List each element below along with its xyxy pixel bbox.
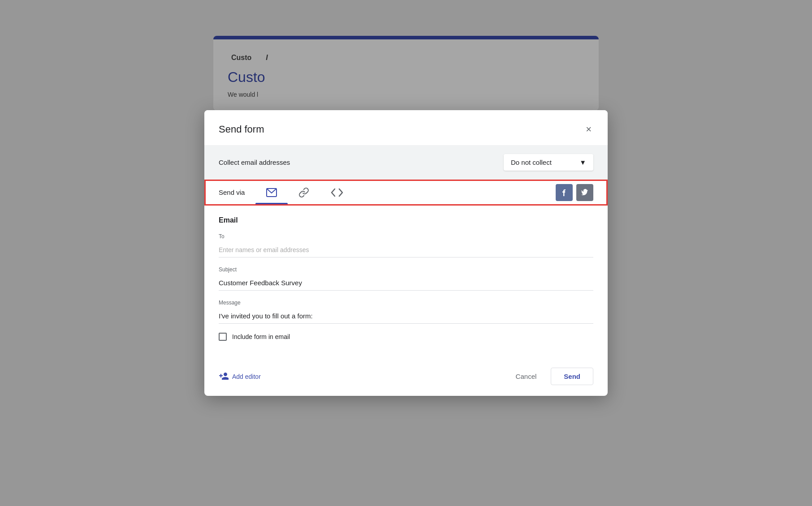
cancel-button[interactable]: Cancel bbox=[509, 368, 544, 385]
email-section-title: Email bbox=[219, 216, 593, 224]
to-label: To bbox=[219, 233, 593, 240]
embed-icon bbox=[331, 188, 343, 197]
add-editor-label: Add editor bbox=[232, 373, 261, 380]
collect-email-arrow: ▼ bbox=[579, 159, 586, 166]
link-icon bbox=[298, 187, 309, 198]
include-form-row: Include form in email bbox=[219, 333, 593, 341]
dialog-footer: Add editor Cancel Send bbox=[204, 362, 608, 396]
social-icons bbox=[556, 184, 593, 201]
send-button[interactable]: Send bbox=[551, 368, 593, 385]
footer-actions: Cancel Send bbox=[509, 368, 593, 385]
send-form-dialog: Send form × Collect email addresses Do n… bbox=[204, 110, 608, 396]
twitter-icon bbox=[581, 189, 588, 196]
email-icon bbox=[266, 188, 277, 197]
send-via-row: Send via bbox=[204, 180, 608, 206]
send-via-label: Send via bbox=[219, 180, 245, 205]
to-input[interactable] bbox=[219, 242, 593, 257]
add-editor-button[interactable]: Add editor bbox=[219, 369, 261, 384]
facebook-icon bbox=[561, 189, 568, 196]
message-value[interactable]: I've invited you to fill out a form: bbox=[219, 309, 593, 324]
twitter-button[interactable] bbox=[576, 184, 593, 201]
dialog-title: Send form bbox=[219, 124, 264, 135]
tab-link[interactable] bbox=[288, 180, 320, 205]
collect-email-label: Collect email addresses bbox=[219, 159, 290, 166]
to-field-group: To bbox=[219, 233, 593, 257]
dialog-header: Send form × bbox=[204, 110, 608, 145]
collect-email-dropdown[interactable]: Do not collect ▼ bbox=[504, 154, 593, 171]
facebook-button[interactable] bbox=[556, 184, 573, 201]
dialog-body: Email To Subject Customer Feedback Surve… bbox=[204, 206, 608, 362]
message-label: Message bbox=[219, 300, 593, 306]
tab-email[interactable] bbox=[255, 181, 288, 204]
subject-label: Subject bbox=[219, 266, 593, 273]
close-button[interactable]: × bbox=[584, 123, 593, 136]
subject-field-group: Subject Customer Feedback Survey bbox=[219, 266, 593, 291]
include-form-checkbox[interactable] bbox=[219, 333, 227, 341]
collect-email-row: Collect email addresses Do not collect ▼ bbox=[204, 145, 608, 180]
message-field-group: Message I've invited you to fill out a f… bbox=[219, 300, 593, 324]
collect-email-value: Do not collect bbox=[511, 159, 552, 166]
tab-embed[interactable] bbox=[320, 181, 354, 204]
include-form-label: Include form in email bbox=[232, 333, 290, 340]
add-editor-icon bbox=[219, 373, 229, 381]
subject-value[interactable]: Customer Feedback Survey bbox=[219, 275, 593, 291]
